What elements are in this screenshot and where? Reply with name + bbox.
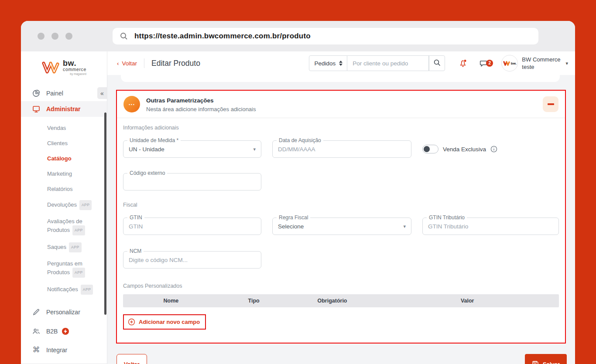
sidebar-item-perguntas-em-produtos[interactable]: Perguntas em ProdutosAPP: [47, 256, 103, 281]
codigo-externo-field[interactable]: Código externo: [123, 173, 261, 191]
column-header-obrigatorio: Obrigatório: [289, 298, 376, 304]
venda-exclusiva-toggle[interactable]: [422, 145, 438, 153]
pencil-icon: [32, 308, 40, 316]
ncm-field[interactable]: NCM: [123, 251, 261, 269]
ncm-input[interactable]: [129, 257, 256, 263]
sidebar-item-devolucoes[interactable]: DevoluçõesAPP: [47, 197, 103, 214]
sub-item-label: Catálogo: [47, 155, 72, 162]
adicionar-novo-campo-button[interactable]: Adicionar novo campo: [123, 314, 206, 330]
section-label-fiscal: Fiscal: [123, 202, 559, 208]
toggle-label: Venda Exclusiva: [443, 146, 486, 153]
sidebar: bw. commerce by magazord Painel «: [21, 51, 107, 364]
sidebar-item-clientes[interactable]: Clientes: [47, 136, 103, 151]
app-badge: APP: [79, 200, 92, 210]
gtin-input[interactable]: [129, 223, 256, 230]
sidebar-item-vendas[interactable]: Vendas: [47, 120, 103, 136]
search-icon: [433, 59, 441, 68]
unidade-de-medida-select[interactable]: Unidade de Medida * UN - Unidade ▾: [123, 140, 261, 158]
bw-logo-icon: [41, 61, 60, 75]
sidebar-item-marketing[interactable]: Marketing: [47, 166, 103, 181]
toggle-knob: [424, 146, 430, 152]
data-de-aquisicao-input[interactable]: [278, 146, 406, 153]
sidebar-item-personalizar[interactable]: Personalizar: [21, 304, 107, 320]
chevron-down-icon[interactable]: ▾: [565, 61, 568, 66]
url-text: https://teste.admin.bwcommerce.com.br/pr…: [134, 32, 311, 41]
outras-parametrizacoes-card: ... Outras Parametrizações Nesta área ad…: [116, 90, 566, 344]
window-dot[interactable]: [65, 33, 72, 40]
bw-logo-icon: [503, 61, 510, 66]
url-bar[interactable]: https://teste.admin.bwcommerce.com.br/pr…: [113, 28, 538, 44]
plus-circle-icon: [128, 318, 135, 326]
search-scope-select[interactable]: Pedidos: [309, 55, 348, 71]
page-header: ‹ Voltar Editar Produto Pedidos: [107, 51, 575, 75]
field-label: NCM: [127, 248, 144, 254]
logo-brand-text: bw.: [63, 60, 86, 67]
field-label: GTIN: [127, 214, 144, 221]
info-icon[interactable]: [490, 146, 497, 153]
sort-arrows-icon: [339, 61, 343, 66]
sidebar-collapse-button[interactable]: «: [97, 87, 107, 99]
chevron-left-icon: ‹: [117, 60, 119, 67]
scope-label: Pedidos: [315, 60, 336, 67]
command-icon: ⌘: [32, 347, 40, 353]
custom-fields-table-header: Nome Tipo Obrigatório Valor: [123, 294, 559, 307]
card-subtitle: Nesta área adicione informações adiciona…: [146, 106, 256, 112]
window-dot[interactable]: [51, 33, 58, 40]
field-value: Selecione: [278, 223, 304, 230]
window-controls[interactable]: [38, 33, 72, 40]
header-divider: [144, 58, 144, 68]
sidebar-submenu: Vendas Clientes Catálogo Marketing Relat…: [21, 117, 107, 301]
sidebar-item-label: B2B: [46, 328, 58, 335]
save-disk-icon: [532, 361, 539, 364]
browser-window: https://teste.admin.bwcommerce.com.br/pr…: [21, 21, 575, 364]
minus-icon: [548, 103, 554, 105]
sidebar-item-avaliacoes-de-produtos[interactable]: Avaliações de ProdutosAPP: [47, 214, 103, 239]
data-de-aquisicao-field[interactable]: Data de Aquisição: [272, 140, 411, 158]
avatar-brand-text: bw.: [511, 61, 517, 65]
browser-topbar: https://teste.admin.bwcommerce.com.br/pr…: [21, 21, 575, 51]
sidebar-item-administrar[interactable]: Administrar: [21, 101, 107, 117]
regra-fiscal-select[interactable]: Regra Fiscal Selecione ▾: [272, 218, 411, 235]
monitor-icon: [32, 105, 40, 113]
field-label: Regra Fiscal: [277, 214, 310, 221]
sidebar-item-painel[interactable]: Painel «: [21, 85, 107, 101]
sidebar-item-relatorios[interactable]: Relatórios: [47, 181, 103, 197]
sidebar-item-catalogo[interactable]: Catálogo: [47, 151, 103, 166]
collapse-section-button[interactable]: [543, 96, 558, 112]
notifications-bell-icon[interactable]: [458, 58, 468, 68]
gtin-tributario-field[interactable]: GTIN Tributário: [422, 218, 559, 235]
form-footer: Voltar Salvar: [107, 344, 575, 364]
back-link[interactable]: ‹ Voltar: [117, 60, 137, 67]
sidebar-item-notificacoes[interactable]: NotificaçõesAPP: [47, 281, 103, 298]
header-search-input[interactable]: [347, 55, 429, 71]
sidebar-item-saques[interactable]: SaquesAPP: [47, 239, 103, 256]
pie-chart-icon: [32, 89, 40, 97]
header-search-button[interactable]: [429, 55, 445, 71]
brand-logo: bw. commerce by magazord: [21, 51, 107, 80]
app-badge: APP: [81, 285, 93, 295]
column-header-valor: Valor: [376, 298, 559, 304]
codigo-externo-input[interactable]: [129, 179, 256, 185]
gtin-field[interactable]: GTIN: [123, 218, 261, 235]
sidebar-scrollbar[interactable]: [104, 112, 106, 315]
sidebar-item-integrar[interactable]: ⌘ Integrar: [21, 343, 107, 357]
gtin-tributario-input[interactable]: [428, 223, 553, 230]
venda-exclusiva-row: Venda Exclusiva: [422, 145, 559, 153]
page-title: Editar Produto: [151, 59, 200, 68]
sub-item-label: Clientes: [47, 140, 68, 146]
column-header-tipo: Tipo: [219, 298, 289, 304]
section-label-campos-personalizados: Campos Personalizados: [123, 283, 559, 289]
chevron-down-icon: ▾: [403, 224, 406, 229]
sub-item-label: Saques: [47, 244, 66, 250]
chat-icon[interactable]: 2: [479, 59, 488, 68]
account-info[interactable]: BW Commerce teste: [522, 56, 560, 71]
sidebar-item-b2b[interactable]: B2B: [21, 323, 107, 339]
voltar-button[interactable]: Voltar: [116, 354, 147, 364]
previous-card-bottom: [121, 75, 560, 82]
sub-item-label: Marketing: [47, 170, 72, 177]
field-label: Unidade de Medida *: [127, 137, 181, 143]
account-avatar[interactable]: bw.: [501, 55, 518, 71]
salvar-button[interactable]: Salvar: [525, 354, 567, 364]
content-area: ... Outras Parametrizações Nesta área ad…: [107, 75, 575, 364]
window-dot[interactable]: [38, 33, 45, 40]
